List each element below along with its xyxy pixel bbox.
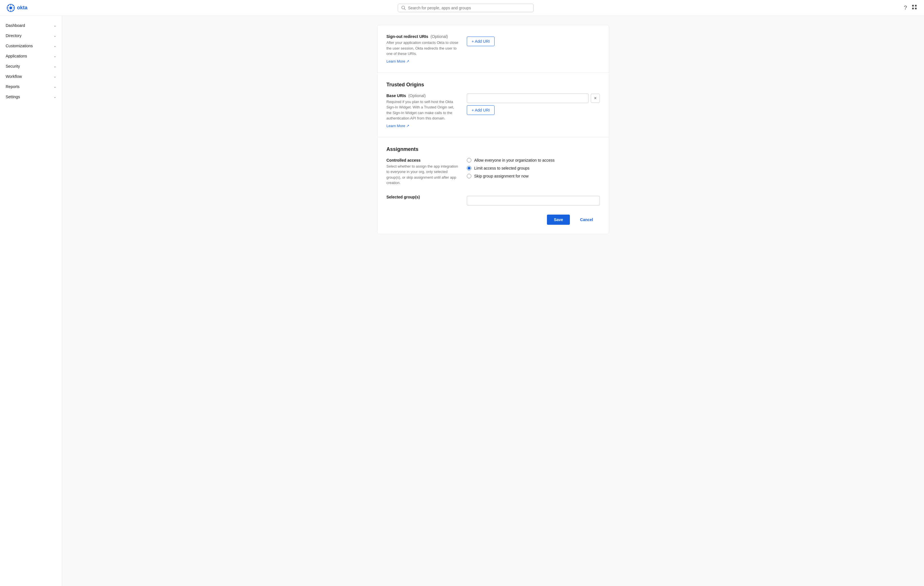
svg-rect-15 (915, 8, 917, 9)
selected-groups-right (467, 195, 600, 206)
sign-out-desc: After your application contacts Okta to … (386, 40, 460, 57)
logo-area: okta (7, 4, 28, 12)
radio-skip-assignment-input[interactable] (467, 174, 471, 178)
svg-point-1 (9, 7, 12, 9)
app-layout: Dashboard ⌄ Directory ⌄ Customizations ⌄… (0, 16, 924, 586)
selected-groups-input[interactable] (467, 196, 600, 206)
svg-line-11 (404, 8, 405, 10)
sidebar-item-directory[interactable]: Directory ⌄ (0, 31, 62, 41)
sidebar: Dashboard ⌄ Directory ⌄ Customizations ⌄… (0, 16, 62, 586)
assignments-title: Assignments (386, 146, 600, 152)
sidebar-item-security[interactable]: Security ⌄ (0, 61, 62, 71)
chevron-down-icon: ⌄ (53, 95, 56, 99)
apps-grid-icon[interactable] (912, 4, 917, 12)
chevron-down-icon: ⌄ (53, 23, 56, 28)
trusted-origins-add-uri-button[interactable]: + Add URI (467, 105, 495, 115)
base-uris-label: Base URIs (Optional) (386, 93, 460, 98)
search-input[interactable] (408, 6, 530, 10)
sidebar-label-customizations: Customizations (6, 44, 33, 48)
base-uri-input[interactable] (467, 93, 589, 103)
sign-out-field-left: Sign-out redirect URIs (Optional) After … (386, 34, 460, 63)
action-buttons: Save Cancel (386, 215, 600, 225)
trusted-origins-learn-more[interactable]: Learn More ↗ (386, 124, 409, 128)
sidebar-label-workflow: Workflow (6, 74, 22, 79)
uri-input-group: × (467, 93, 600, 103)
chevron-down-icon: ⌄ (53, 64, 56, 68)
search-icon (401, 6, 406, 10)
controlled-access-desc: Select whether to assign the app integra… (386, 163, 460, 186)
sidebar-item-reports[interactable]: Reports ⌄ (0, 81, 62, 92)
chevron-down-icon: ⌄ (53, 85, 56, 89)
controlled-access-left: Controlled access Select whether to assi… (386, 158, 460, 188)
main-content: Sign-out redirect URIs (Optional) After … (62, 16, 924, 586)
svg-line-7 (12, 10, 13, 11)
svg-rect-14 (912, 8, 914, 9)
svg-line-9 (8, 10, 9, 11)
sign-out-field-row: Sign-out redirect URIs (Optional) After … (386, 34, 600, 63)
controlled-access-label: Controlled access (386, 158, 460, 162)
sidebar-item-settings[interactable]: Settings ⌄ (0, 92, 62, 102)
controlled-access-right: Allow everyone in your organization to a… (467, 158, 600, 178)
remove-uri-button[interactable]: × (591, 94, 600, 103)
section-divider-1 (377, 73, 609, 73)
selected-groups-label: Selected group(s) (386, 195, 460, 199)
controlled-access-row: Controlled access Select whether to assi… (386, 158, 600, 188)
sidebar-item-dashboard[interactable]: Dashboard ⌄ (0, 20, 62, 31)
sign-out-field-right: + Add URI (467, 34, 600, 46)
chevron-down-icon: ⌄ (53, 34, 56, 38)
section-divider-2 (377, 137, 609, 137)
sign-out-add-uri-button[interactable]: + Add URI (467, 36, 495, 46)
sign-out-learn-more[interactable]: Learn More ↗ (386, 59, 409, 63)
base-uris-desc: Required if you plan to self-host the Ok… (386, 99, 460, 121)
chevron-down-icon: ⌄ (53, 44, 56, 48)
sign-out-section: Sign-out redirect URIs (Optional) After … (386, 34, 600, 63)
trusted-origins-section: Trusted Origins Base URIs (Optional) Req… (386, 82, 600, 128)
chevron-down-icon: ⌄ (53, 54, 56, 58)
sidebar-item-workflow[interactable]: Workflow ⌄ (0, 71, 62, 81)
base-uris-field-right: × + Add URI (467, 93, 600, 115)
sidebar-label-directory: Directory (6, 33, 21, 38)
radio-limit-access-label: Limit access to selected groups (474, 166, 530, 170)
sidebar-label-dashboard: Dashboard (6, 23, 25, 28)
access-radio-group: Allow everyone in your organization to a… (467, 158, 600, 178)
sidebar-label-applications: Applications (6, 54, 27, 58)
radio-allow-everyone[interactable]: Allow everyone in your organization to a… (467, 158, 600, 162)
svg-point-10 (402, 6, 404, 9)
svg-line-8 (12, 5, 13, 6)
selected-groups-row: Selected group(s) (386, 195, 600, 206)
okta-logo: okta (7, 4, 28, 12)
sidebar-label-reports: Reports (6, 84, 20, 89)
svg-rect-13 (915, 5, 917, 7)
header-icons: ? (904, 4, 917, 12)
search-bar[interactable] (398, 4, 534, 12)
chevron-down-icon: ⌄ (53, 74, 56, 78)
assignments-section: Assignments Controlled access Select whe… (386, 146, 600, 206)
external-link-icon: ↗ (406, 59, 409, 63)
radio-limit-access[interactable]: Limit access to selected groups (467, 166, 600, 170)
sign-out-label: Sign-out redirect URIs (Optional) (386, 34, 460, 39)
okta-wordmark: okta (17, 5, 28, 11)
form-card: Sign-out redirect URIs (Optional) After … (377, 25, 609, 234)
external-link-icon-2: ↗ (406, 124, 409, 128)
radio-skip-assignment[interactable]: Skip group assignment for now (467, 174, 600, 178)
sidebar-label-settings: Settings (6, 94, 20, 99)
sidebar-item-customizations[interactable]: Customizations ⌄ (0, 41, 62, 51)
sidebar-label-security: Security (6, 64, 20, 69)
radio-limit-access-input[interactable] (467, 166, 471, 170)
save-button[interactable]: Save (547, 215, 570, 225)
selected-groups-left: Selected group(s) (386, 195, 460, 200)
okta-logo-icon (7, 4, 15, 12)
help-icon[interactable]: ? (904, 5, 907, 11)
radio-allow-everyone-input[interactable] (467, 158, 471, 162)
app-header: okta ? (0, 0, 924, 16)
radio-skip-assignment-label: Skip group assignment for now (474, 174, 528, 178)
sidebar-item-applications[interactable]: Applications ⌄ (0, 51, 62, 61)
base-uris-field-left: Base URIs (Optional) Required if you pla… (386, 93, 460, 128)
trusted-origins-title: Trusted Origins (386, 82, 600, 88)
base-uris-field-row: Base URIs (Optional) Required if you pla… (386, 93, 600, 128)
cancel-button[interactable]: Cancel (573, 215, 600, 225)
radio-allow-everyone-label: Allow everyone in your organization to a… (474, 158, 554, 162)
svg-line-6 (8, 5, 9, 6)
svg-rect-12 (912, 5, 914, 7)
